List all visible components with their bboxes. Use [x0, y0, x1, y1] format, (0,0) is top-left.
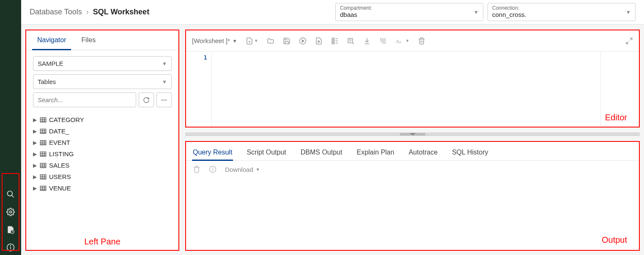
- horizontal-splitter[interactable]: [185, 133, 640, 136]
- output-toolbar: Download ▼: [186, 161, 639, 178]
- gear-icon[interactable]: [6, 208, 15, 216]
- new-file-icon[interactable]: ▼: [246, 37, 258, 45]
- expand-caret-icon[interactable]: ▶: [33, 117, 37, 123]
- svg-line-62: [630, 38, 632, 40]
- svg-text:A: A: [395, 38, 399, 44]
- object-type-dropdown[interactable]: Tables ▼: [33, 74, 172, 89]
- svg-rect-30: [40, 163, 46, 168]
- clear-icon[interactable]: [418, 37, 425, 45]
- table-icon: [40, 140, 47, 146]
- svg-point-9: [165, 99, 167, 100]
- splitter-handle-icon[interactable]: [400, 133, 425, 136]
- editor-area[interactable]: 1: [186, 52, 639, 127]
- compartment-label: Compartment:: [340, 5, 479, 11]
- tab-query-result[interactable]: Query Result: [192, 146, 233, 160]
- search-input[interactable]: [33, 92, 136, 107]
- connection-label: Connection:: [492, 5, 631, 11]
- tree-item[interactable]: ▶ USERS: [33, 171, 172, 182]
- delete-icon[interactable]: [193, 165, 200, 173]
- run-icon[interactable]: [299, 37, 307, 45]
- tree-item-label: SALES: [49, 162, 69, 169]
- expand-caret-icon[interactable]: ▶: [33, 174, 37, 180]
- expand-icon[interactable]: [625, 37, 633, 45]
- svg-rect-48: [332, 38, 334, 39]
- expand-caret-icon[interactable]: ▶: [33, 185, 37, 191]
- tab-navigator[interactable]: Navigator: [30, 30, 74, 50]
- table-icon: [40, 151, 47, 157]
- chevron-down-icon: ▼: [626, 9, 631, 15]
- expand-caret-icon[interactable]: ▶: [33, 128, 37, 134]
- table-icon: [40, 163, 47, 168]
- body-row: Navigator Files SAMPLE ▼ Tables ▼: [21, 24, 644, 255]
- connection-selector[interactable]: Connection: conn_cross. ▼: [488, 3, 636, 21]
- tab-script-output[interactable]: Script Output: [246, 146, 287, 160]
- tree-item[interactable]: ▶ DATE_: [33, 125, 172, 137]
- open-folder-icon[interactable]: [267, 37, 274, 45]
- code-input[interactable]: [211, 52, 639, 127]
- tree-item[interactable]: ▶ EVENT: [33, 137, 172, 148]
- output-tabs: Query Result Script Output DBMS Output E…: [186, 142, 639, 161]
- file-history-icon[interactable]: [6, 225, 15, 234]
- output-panel: Query Result Script Output DBMS Output E…: [185, 141, 640, 251]
- chevron-down-icon: ▼: [162, 79, 167, 85]
- svg-rect-25: [40, 152, 46, 156]
- svg-rect-10: [40, 117, 46, 122]
- more-options-button[interactable]: [156, 92, 172, 107]
- tab-dbms-output[interactable]: DBMS Output: [300, 146, 343, 160]
- download-button[interactable]: Download ▼: [225, 166, 260, 173]
- breadcrumb-parent[interactable]: Database Tools: [30, 8, 82, 16]
- tree-item[interactable]: ▶ CATEGORY: [33, 114, 172, 125]
- format-icon[interactable]: [379, 37, 387, 45]
- svg-text:a: a: [399, 40, 401, 43]
- chevron-down-icon: ▼: [162, 61, 167, 67]
- line-gutter: 1: [186, 52, 211, 127]
- editor-panel: [Worksheet ]* ▼ ▼: [185, 30, 640, 128]
- tree-item-label: USERS: [49, 173, 71, 180]
- tab-sql-history[interactable]: SQL History: [451, 146, 489, 160]
- expand-caret-icon[interactable]: ▶: [33, 140, 37, 146]
- tab-autotrace[interactable]: Autotrace: [408, 146, 438, 160]
- info-icon[interactable]: [209, 165, 216, 173]
- tree-item-label: EVENT: [49, 139, 70, 146]
- info-icon[interactable]: [6, 243, 15, 252]
- compartment-selector[interactable]: Compartment: dbaas ▼: [335, 3, 483, 21]
- table-icon: [40, 185, 47, 191]
- left-pane: Navigator Files SAMPLE ▼ Tables ▼: [25, 30, 179, 251]
- schema-dropdown[interactable]: SAMPLE ▼: [33, 56, 172, 71]
- table-icon: [40, 128, 47, 134]
- expand-caret-icon[interactable]: ▶: [33, 163, 37, 168]
- navigator-controls: SAMPLE ▼ Tables ▼: [26, 50, 178, 111]
- tree-item[interactable]: ▶ LISTING: [33, 148, 172, 160]
- worksheet-dropdown[interactable]: [Worksheet ]* ▼: [192, 37, 237, 44]
- annotation-editor-label: Editor: [605, 113, 627, 122]
- breadcrumb: Database Tools › SQL Worksheet: [30, 8, 331, 16]
- chevron-down-icon: ▼: [474, 9, 479, 15]
- right-column: [Worksheet ]* ▼ ▼: [185, 30, 640, 251]
- save-icon[interactable]: [283, 37, 290, 45]
- svg-line-63: [626, 41, 628, 43]
- autotrace-icon[interactable]: [347, 37, 355, 45]
- svg-rect-15: [40, 129, 46, 133]
- object-type-value: Tables: [38, 78, 56, 85]
- svg-rect-20: [40, 140, 46, 145]
- font-size-icon[interactable]: Aa ▼: [395, 37, 410, 45]
- search-icon[interactable]: [6, 190, 15, 198]
- run-script-icon[interactable]: [315, 37, 323, 45]
- left-nav-rail: [0, 0, 21, 255]
- tree-item[interactable]: ▶ VENUE: [33, 182, 172, 194]
- compartment-value: dbaas: [340, 11, 479, 18]
- tab-files[interactable]: Files: [74, 30, 103, 50]
- refresh-button[interactable]: [139, 92, 154, 107]
- editor-toolbar: [Worksheet ]* ▼ ▼: [186, 30, 639, 52]
- download-icon[interactable]: [363, 37, 371, 45]
- tab-explain-plan[interactable]: Explain Plan: [356, 146, 395, 160]
- chevron-right-icon: ›: [86, 8, 89, 16]
- svg-rect-40: [40, 186, 46, 190]
- tree-item[interactable]: ▶ SALES: [33, 160, 172, 171]
- svg-marker-47: [318, 41, 320, 43]
- breadcrumb-current: SQL Worksheet: [93, 8, 149, 16]
- expand-caret-icon[interactable]: ▶: [33, 151, 37, 157]
- explain-plan-icon[interactable]: [331, 37, 339, 45]
- svg-point-8: [164, 99, 165, 100]
- download-label: Download: [225, 166, 253, 173]
